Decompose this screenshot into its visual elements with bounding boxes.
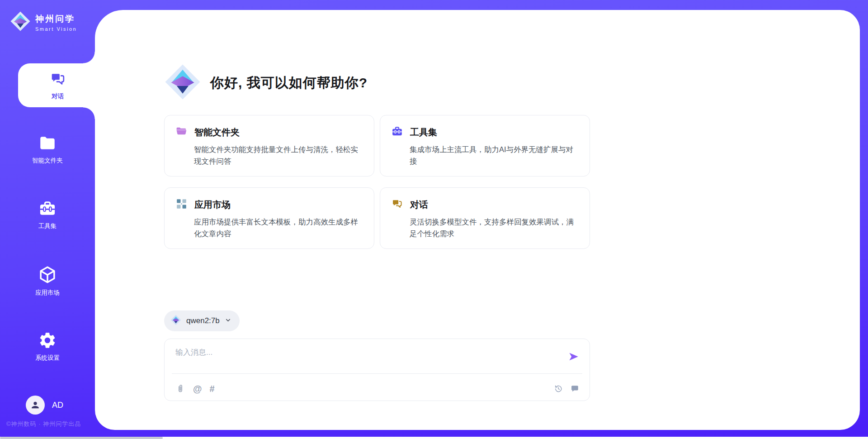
- chat-icon: [49, 71, 66, 90]
- sidebar-item-label: 智能文件夹: [32, 157, 63, 164]
- user-name: AD: [52, 401, 63, 410]
- briefcase-icon: [0, 199, 95, 218]
- greeting-text: 你好, 我可以如何帮助你?: [210, 74, 368, 92]
- card-chat[interactable]: 对话 灵活切换多模型文件，支持多样回复效果调试，满足个性化需求: [380, 187, 590, 249]
- chevron-down-icon: [225, 317, 231, 325]
- sidebar-item-smart-folder[interactable]: 智能文件夹: [0, 134, 95, 165]
- briefcase-icon: [391, 125, 403, 139]
- model-selector[interactable]: qwen2:7b: [164, 310, 240, 331]
- avatar: [26, 396, 45, 415]
- card-description: 智能文件夹功能支持批量文件上传与清洗，轻松实现文件问答: [194, 144, 363, 167]
- paperclip-icon[interactable]: [175, 384, 185, 394]
- composer-divider: [172, 373, 582, 374]
- gear-icon: [0, 331, 95, 350]
- card-description: 集成市场上主流工具，助力AI与外界无缝扩展与对接: [410, 144, 579, 167]
- message-input[interactable]: [175, 347, 551, 371]
- model-name: qwen2:7b: [186, 316, 220, 325]
- hash-icon[interactable]: #: [210, 384, 215, 393]
- card-smart-folder[interactable]: 智能文件夹 智能文件夹功能支持批量文件上传与清洗，轻松实现文件问答: [164, 115, 374, 177]
- diamond-logo-icon: [10, 11, 31, 33]
- message-composer: @ #: [164, 339, 590, 401]
- chat-icon: [391, 198, 403, 212]
- diamond-logo-icon: [164, 63, 201, 102]
- grid-icon: [175, 198, 188, 212]
- sidebar: 神州问学 Smart Vision 对话 智能文件夹: [0, 0, 95, 439]
- folder-open-icon: [175, 125, 188, 139]
- sidebar-item-app-market[interactable]: 应用市场: [0, 265, 95, 297]
- card-description: 应用市场提供丰富长文本模板，助力高效生成多样化文章内容: [194, 216, 363, 239]
- card-description: 灵活切换多模型文件，支持多样回复效果调试，满足个性化需求: [410, 216, 579, 239]
- sidebar-item-label: 应用市场: [35, 289, 60, 296]
- chat-bubble-icon[interactable]: [570, 384, 580, 394]
- greeting: 你好, 我可以如何帮助你?: [164, 63, 368, 102]
- sidebar-item-chat[interactable]: 对话: [18, 63, 97, 107]
- at-icon[interactable]: @: [193, 384, 202, 393]
- scrollbar-thumb[interactable]: [0, 437, 163, 439]
- brand-name: 神州问学: [35, 13, 77, 25]
- sidebar-item-label: 对话: [52, 92, 64, 100]
- card-title: 对话: [410, 199, 428, 211]
- history-icon[interactable]: [553, 384, 563, 394]
- folder-icon: [0, 134, 95, 153]
- sidebar-item-label: 工具集: [38, 223, 57, 229]
- user-account[interactable]: AD: [26, 396, 63, 415]
- sidebar-item-label: 系统设置: [35, 354, 60, 361]
- tab-fillet-bottom: [83, 107, 95, 119]
- cube-icon: [0, 265, 95, 285]
- feature-cards: 智能文件夹 智能文件夹功能支持批量文件上传与清洗，轻松实现文件问答 工具集 集成…: [164, 115, 590, 249]
- sidebar-footer-credit: ©神州数码 · 神州问学出品: [6, 420, 81, 428]
- brand-subtitle: Smart Vision: [35, 26, 77, 32]
- tab-fillet-top: [83, 52, 95, 63]
- sidebar-item-settings[interactable]: 系统设置: [0, 331, 95, 362]
- sidebar-item-toolset[interactable]: 工具集: [0, 199, 95, 230]
- send-icon[interactable]: [568, 351, 580, 363]
- horizontal-scrollbar: [0, 437, 868, 439]
- card-toolset[interactable]: 工具集 集成市场上主流工具，助力AI与外界无缝扩展与对接: [380, 115, 590, 177]
- card-app-market[interactable]: 应用市场 应用市场提供丰富长文本模板，助力高效生成多样化文章内容: [164, 187, 374, 249]
- brand: 神州问学 Smart Vision: [10, 11, 77, 33]
- card-title: 应用市场: [194, 199, 231, 211]
- card-title: 工具集: [410, 126, 437, 138]
- diamond-logo-icon: [170, 315, 181, 327]
- card-title: 智能文件夹: [194, 126, 240, 138]
